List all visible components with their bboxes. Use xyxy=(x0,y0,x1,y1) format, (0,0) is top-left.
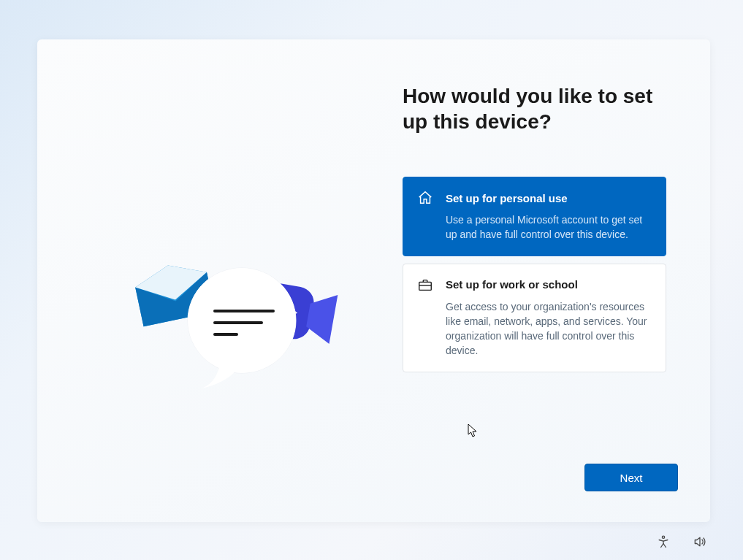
svg-rect-6 xyxy=(419,282,432,290)
content-column: How would you like to set up this device… xyxy=(373,39,710,522)
option-personal-title: Set up for personal use xyxy=(446,192,568,204)
briefcase-icon xyxy=(416,276,434,294)
accessibility-button[interactable] xyxy=(655,535,671,551)
setup-panel: How would you like to set up this device… xyxy=(37,39,710,522)
next-button[interactable]: Next xyxy=(584,464,678,491)
option-work-desc: Get access to your organization's resour… xyxy=(416,299,652,358)
option-personal-use[interactable]: Set up for personal use Use a personal M… xyxy=(403,177,666,256)
system-tray xyxy=(655,535,708,551)
svg-point-2 xyxy=(188,268,296,373)
option-work-school[interactable]: Set up for work or school Get access to … xyxy=(403,264,666,372)
illustration-column xyxy=(37,39,373,522)
volume-icon xyxy=(693,534,707,552)
volume-button[interactable] xyxy=(692,535,708,551)
option-header: Set up for work or school xyxy=(416,276,652,294)
illustration-graphic xyxy=(125,251,359,397)
option-header: Set up for personal use xyxy=(416,189,652,207)
option-work-title: Set up for work or school xyxy=(446,278,578,291)
home-icon xyxy=(416,189,434,207)
page-heading: How would you like to set up this device… xyxy=(403,83,666,134)
svg-point-8 xyxy=(662,536,664,538)
accessibility-icon xyxy=(656,534,671,552)
option-personal-desc: Use a personal Microsoft account to get … xyxy=(416,212,652,242)
